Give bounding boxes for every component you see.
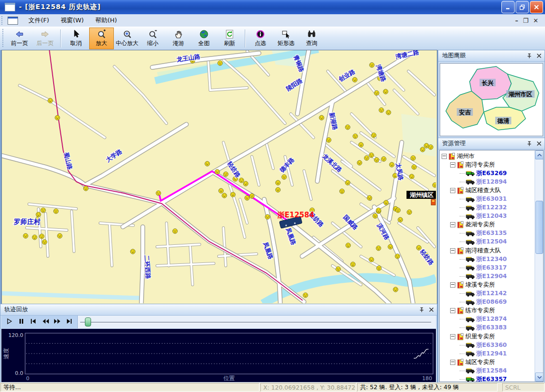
tree-expand-box[interactable] — [450, 360, 455, 365]
tree-item-vehicle[interactable]: 浙E63360 — [440, 341, 543, 349]
toolbar-button-zoom-in[interactable]: 放大 — [89, 28, 114, 49]
scroll-down-button[interactable] — [535, 373, 544, 382]
vehicle-smiley-marker[interactable] — [379, 108, 384, 112]
tree-expand-box[interactable] — [450, 334, 455, 339]
menubar-grip[interactable] — [1, 16, 4, 26]
toolbar-button-zoom-center[interactable]: 中心放大 — [115, 28, 139, 49]
vehicle-smiley-marker[interactable] — [386, 110, 391, 115]
toolbar-button-arrow-left[interactable]: 前一页 — [7, 28, 32, 49]
vehicle-smiley-marker[interactable] — [377, 266, 381, 271]
vehicle-smiley-marker[interactable] — [326, 138, 331, 142]
vehicle-smiley-marker[interactable] — [409, 174, 414, 179]
vehicle-smiley-marker[interactable] — [39, 234, 44, 239]
vehicle-smiley-marker[interactable] — [369, 153, 374, 158]
vehicle-smiley-marker[interactable] — [336, 267, 341, 271]
vehicle-smiley-marker[interactable] — [156, 191, 161, 196]
vehicle-smiley-marker[interactable] — [433, 183, 436, 187]
vehicle-smiley-marker[interactable] — [367, 196, 372, 200]
vehicle-smiley-marker[interactable] — [303, 293, 308, 298]
vehicle-smiley-marker[interactable] — [376, 246, 381, 251]
toolbar-grip[interactable] — [2, 28, 5, 47]
resource-header[interactable]: 资源管理 — [438, 138, 545, 149]
tree-item-vehicle[interactable]: 浙E63269 — [440, 169, 543, 177]
toolbar-button-arrow-right[interactable]: 后一页 — [33, 28, 57, 49]
tree-item-vehicle[interactable]: 浙E12232 — [440, 204, 543, 212]
toolbar-button-pan-hand[interactable]: 漫游 — [166, 28, 191, 49]
toolbar-button-rect-select[interactable]: 矩形选 — [274, 28, 298, 49]
tree-expand-box[interactable] — [450, 162, 455, 168]
vehicle-smiley-marker[interactable] — [395, 254, 400, 259]
vehicle-smiley-marker[interactable] — [218, 61, 222, 65]
vehicle-smiley-marker[interactable] — [374, 91, 379, 95]
vehicle-smiley-marker[interactable] — [55, 115, 60, 120]
vehicle-smiley-marker[interactable] — [276, 180, 280, 185]
vehicle-smiley-marker[interactable] — [265, 215, 270, 219]
map-viewport[interactable]: 龙王山路青铜路陵阳路创业路湾塘二路湾塘路新湖路大学路蜀山路德丰路龙溪北路轻纺路轻… — [1, 50, 437, 305]
vehicle-smiley-marker[interactable] — [340, 189, 344, 194]
vehicle-smiley-marker[interactable] — [215, 169, 220, 174]
mdi-close-button[interactable]: ✕ — [533, 17, 538, 24]
tree-item-vehicle[interactable]: 浙E08669 — [440, 298, 543, 307]
close-button[interactable] — [530, 1, 543, 13]
vehicle-smiley-marker[interactable] — [383, 89, 388, 94]
map-canvas[interactable]: 龙王山路青铜路陵阳路创业路湾塘二路湾塘路新湖路大学路蜀山路德丰路龙溪北路轻纺路轻… — [2, 50, 436, 303]
playback-rewind-button[interactable] — [41, 317, 50, 327]
vehicle-smiley-marker[interactable] — [231, 192, 235, 197]
tree-item-group[interactable]: 埭溪专卖所 — [440, 280, 543, 289]
tree-item-vehicle[interactable]: 浙E12894 — [440, 177, 543, 186]
vehicle-smiley-marker[interactable] — [42, 240, 47, 244]
vehicle-smiley-marker[interactable] — [428, 145, 433, 149]
vehicle-smiley-marker[interactable] — [353, 134, 358, 139]
playback-slider-thumb[interactable] — [85, 317, 91, 327]
tree-item-vehicle[interactable]: 浙E12504 — [440, 238, 543, 246]
eagle-eye-map[interactable]: 长兴湖州市区安吉德清 — [440, 63, 543, 136]
tree-item-vehicle[interactable]: 浙E12584 — [440, 366, 543, 375]
tree-item-group[interactable]: 菱湖专卖所 — [440, 221, 543, 229]
playback-pause-button[interactable] — [17, 317, 26, 327]
vehicle-smiley-marker[interactable] — [352, 77, 357, 82]
vehicle-smiley-marker[interactable] — [276, 187, 280, 192]
playback-slider-track[interactable] — [80, 322, 431, 323]
vehicle-smiley-marker[interactable] — [359, 142, 363, 147]
tree-expand-box[interactable] — [450, 308, 455, 313]
vehicle-smiley-marker[interactable] — [424, 143, 429, 148]
tree-item-group[interactable]: 南浔稽查大队 — [440, 246, 543, 255]
menu-window[interactable]: 视窗(W) — [55, 15, 90, 26]
playback-step-start-button[interactable] — [28, 317, 38, 327]
tree-expand-box[interactable] — [450, 248, 455, 253]
tree-item-vehicle[interactable]: 浙E63317 — [440, 263, 543, 272]
tree-item-vehicle[interactable]: 浙E12340 — [440, 255, 543, 263]
vehicle-smiley-marker[interactable] — [23, 233, 28, 238]
vehicle-smiley-marker[interactable] — [345, 180, 350, 185]
vehicle-smiley-marker[interactable] — [36, 212, 41, 217]
playback-play-button[interactable] — [5, 317, 14, 327]
toolbar-button-cursor[interactable]: 取消 — [64, 28, 88, 49]
vehicle-smiley-marker[interactable] — [222, 193, 227, 198]
vehicle-smiley-marker[interactable] — [420, 147, 425, 152]
vehicle-smiley-marker[interactable] — [173, 229, 177, 233]
tree-item-vehicle[interactable]: 浙E12941 — [440, 349, 543, 358]
toolbar-button-info-select[interactable]: 点选 — [248, 28, 273, 49]
vehicle-smiley-marker[interactable] — [54, 209, 58, 214]
vehicle-smiley-marker[interactable] — [41, 208, 46, 213]
vehicle-smiley-marker[interactable] — [411, 156, 416, 160]
playback-fast-forward-button[interactable] — [53, 317, 62, 327]
vehicle-smiley-marker[interactable] — [130, 249, 135, 254]
vehicle-smiley-marker[interactable] — [388, 244, 393, 249]
restore-button[interactable] — [516, 1, 529, 13]
vehicle-smiley-marker[interactable] — [83, 186, 88, 191]
close-panel-icon[interactable] — [536, 140, 543, 147]
playback-step-end-button[interactable] — [65, 317, 74, 327]
playback-header[interactable]: 轨迹回放 — [0, 304, 437, 316]
close-panel-icon[interactable] — [536, 52, 543, 59]
vehicle-smiley-marker[interactable] — [369, 63, 374, 67]
tree-item-vehicle[interactable]: 浙E63383 — [440, 324, 543, 332]
vehicle-smiley-marker[interactable] — [243, 181, 248, 186]
tree-item-vehicle[interactable]: 浙E63031 — [440, 195, 543, 203]
vehicle-smiley-marker[interactable] — [416, 245, 421, 250]
tree-item-vehicle[interactable]: 浙E63135 — [440, 229, 543, 238]
vehicle-smiley-marker[interactable] — [369, 257, 374, 262]
vehicle-smiley-marker[interactable] — [32, 235, 37, 240]
vehicle-smiley-marker[interactable] — [376, 208, 381, 213]
toolbar-button-refresh[interactable]: 刷新 — [217, 28, 242, 49]
